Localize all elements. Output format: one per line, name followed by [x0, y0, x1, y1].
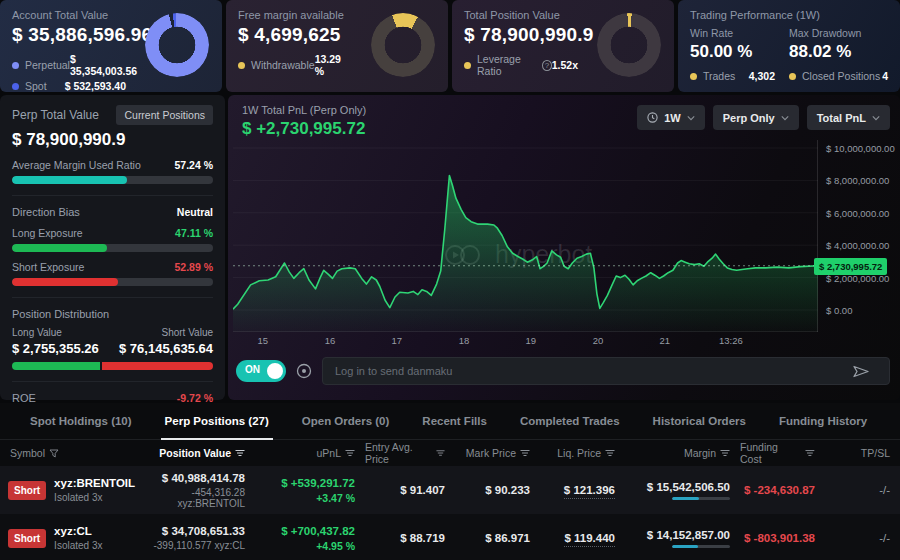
table-header: Symbol Position Value uPnL Entry Avg. Pr…: [0, 440, 900, 466]
avg-margin-used-label: Average Margin Used Ratio: [12, 159, 141, 171]
symbol-name: xyz:CL: [54, 525, 102, 537]
divider: [12, 297, 213, 298]
long-exposure-bar: [12, 244, 213, 252]
liq-price-cell[interactable]: $ 121.396: [540, 484, 625, 496]
chevron-down-icon: [687, 114, 695, 122]
pnl-area-chart[interactable]: [233, 140, 818, 332]
sort-icon: [345, 449, 355, 457]
margin-usage-bar: [672, 545, 730, 548]
col-upnl[interactable]: uPnL: [255, 447, 365, 459]
x-tick: 20: [576, 335, 620, 346]
x-tick: 17: [375, 335, 419, 346]
max-drawdown-value: 88.02 %: [789, 42, 888, 62]
col-margin[interactable]: Margin: [625, 447, 740, 459]
x-tick: 19: [509, 335, 553, 346]
withdrawable-row: Withdrawable 13.29 %: [238, 53, 352, 77]
tab-historical-orders[interactable]: Historical Orders: [653, 403, 746, 440]
direction-bias-value: Neutral: [177, 206, 213, 218]
margin-mode: Isolated 3x: [54, 492, 135, 503]
mark-price-cell: $ 90.233: [455, 484, 540, 496]
margin-cell: $ 14,152,857.00: [625, 529, 740, 548]
metric-dropdown[interactable]: Total PnL: [807, 105, 890, 130]
short-badge: Short: [8, 481, 46, 500]
danmaku-input[interactable]: [322, 357, 890, 385]
tab-perp-positions-27[interactable]: Perp Positions (27): [165, 403, 269, 440]
summary-cards: Account Total Value $ 35,886,596.96 Perp…: [0, 0, 900, 92]
divider: [12, 381, 213, 382]
sort-icon: [605, 449, 615, 457]
card-trading-performance: Trading Performance (1W) Win Rate 50.00 …: [678, 0, 900, 92]
tab-funding-history[interactable]: Funding History: [779, 403, 867, 440]
spot-value: $ 532,593.40: [65, 80, 126, 92]
trades-dot-icon: [690, 73, 697, 80]
long-exposure-value: 47.11 %: [175, 227, 213, 239]
perpetual-label: Perpetual: [25, 59, 70, 71]
tab-recent-fills[interactable]: Recent Fills: [422, 403, 487, 440]
spot-dot-icon: [12, 83, 19, 90]
win-rate-value: 50.00 %: [690, 42, 789, 62]
danmaku-toggle[interactable]: ON: [236, 360, 286, 382]
filter-icon: [49, 449, 59, 458]
card-title: Trading Performance (1W): [690, 9, 888, 21]
danmaku-settings-icon[interactable]: [295, 362, 313, 380]
x-tick: 15: [241, 335, 285, 346]
danmaku-bar: ON: [236, 356, 890, 386]
position-value-cell: $ 34,708,651.33 -399,110.577 xyz:CL: [150, 525, 255, 551]
scope-label: Perp Only: [723, 112, 775, 124]
card-total-position-value: Total Position Value $ 78,900,990.9 Leve…: [452, 0, 674, 92]
liq-price-cell[interactable]: $ 119.440: [540, 532, 625, 544]
leverage-dot-icon: [464, 62, 471, 69]
col-liq-price[interactable]: Liq. Price: [540, 447, 625, 459]
col-funding-cost[interactable]: Funding Cost: [740, 441, 825, 465]
closed-positions-value: 4: [882, 70, 888, 82]
x-tick: 18: [442, 335, 486, 346]
col-tpsl: TP/SL: [825, 447, 900, 459]
x-axis-labels: 1516171819202113:26: [233, 335, 818, 348]
leverage-label: Leverage Ratio: [477, 53, 538, 77]
tab-completed-trades[interactable]: Completed Trades: [520, 403, 620, 440]
y-tick: $ 0.00: [826, 305, 852, 316]
perpetual-row: Perpetual $ 35,354,003.56: [12, 53, 126, 77]
long-value-label: Long Value: [12, 327, 62, 338]
margin-mode: Isolated 3x: [54, 540, 102, 551]
funding-cost-cell: $ -234,630.87: [740, 484, 825, 496]
sort-icon: [805, 449, 815, 457]
leverage-row: Leverage Ratio ? 1.52x: [464, 53, 578, 77]
pnl-chart-panel: 1W Total PnL (Perp Only) $ +2,730,995.72…: [228, 95, 900, 400]
account-donut-chart: [145, 13, 209, 77]
perp-summary-sidebar: Perp Total Value Current Positions $ 78,…: [0, 95, 225, 400]
toggle-knob: [267, 363, 283, 379]
position-row[interactable]: Short xyz:CL Isolated 3x $ 34,708,651.33…: [0, 514, 900, 560]
col-symbol[interactable]: Symbol: [0, 447, 150, 459]
direction-bias-label: Direction Bias: [12, 206, 80, 218]
col-entry-price[interactable]: Entry Avg. Price: [365, 441, 455, 465]
trades-label: Trades: [703, 70, 735, 82]
margin-usage-bar: [672, 497, 730, 500]
col-position-value[interactable]: Position Value: [150, 447, 255, 459]
short-exposure-value: 52.89 %: [174, 261, 213, 273]
perpetual-dot-icon: [12, 62, 19, 69]
scope-dropdown[interactable]: Perp Only: [713, 105, 799, 130]
x-tick: 21: [643, 335, 687, 346]
win-rate-label: Win Rate: [690, 27, 789, 39]
chart-title: 1W Total PnL (Perp Only): [242, 104, 366, 116]
send-icon[interactable]: [852, 364, 870, 379]
clock-icon: [647, 112, 658, 123]
position-value-cell: $ 40,988,414.78 -454,316.28 xyz:BRENTOIL: [150, 472, 255, 509]
current-positions-button[interactable]: Current Positions: [116, 105, 213, 125]
symbol-cell: Short xyz:BRENTOIL Isolated 3x: [0, 477, 150, 503]
card-account-total-value: Account Total Value $ 35,886,596.96 Perp…: [0, 0, 222, 92]
position-distribution-bar: [12, 362, 213, 370]
withdrawable-dot-icon: [238, 62, 245, 69]
help-icon[interactable]: ?: [542, 60, 552, 71]
free-margin-donut-chart: [371, 13, 435, 77]
sort-icon: [235, 449, 245, 457]
bottom-tabs: Spot Holdings (10)Perp Positions (27)Ope…: [0, 403, 900, 440]
symbol-name: xyz:BRENTOIL: [54, 477, 135, 489]
spot-row: Spot $ 532,593.40: [12, 80, 126, 92]
position-row[interactable]: Short xyz:BRENTOIL Isolated 3x $ 40,988,…: [0, 466, 900, 514]
tab-spot-holdings-10[interactable]: Spot Holdings (10): [30, 403, 132, 440]
col-mark-price[interactable]: Mark Price: [455, 447, 540, 459]
timeframe-dropdown[interactable]: 1W: [637, 105, 705, 130]
tab-open-orders-0[interactable]: Open Orders (0): [302, 403, 390, 440]
